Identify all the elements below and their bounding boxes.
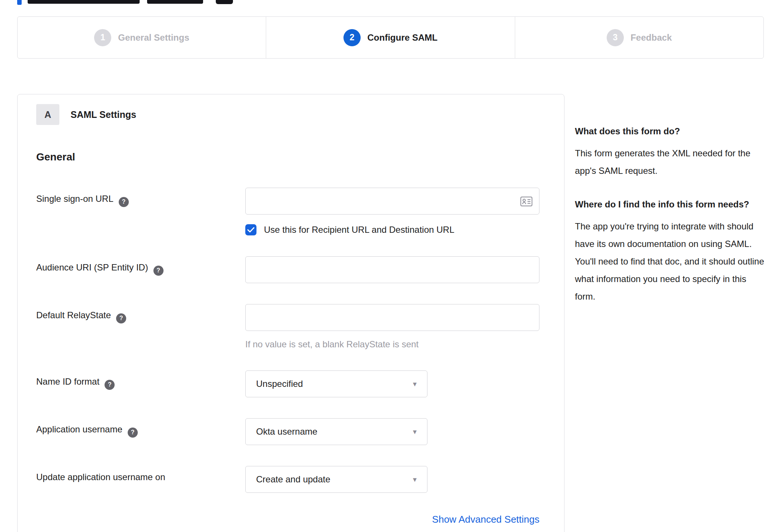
- clipped-header-title-fragment: [28, 0, 140, 4]
- form-row-relaystate: Default RelayState? If no value is set, …: [36, 304, 564, 350]
- form-row-sso-url: Single sign-on URL?: [36, 188, 564, 235]
- name-id-format-select[interactable]: Unspecified ▾: [245, 370, 427, 397]
- chevron-down-icon: ▾: [413, 427, 417, 436]
- clipped-header-icon-fragment: [216, 0, 233, 4]
- recipient-url-checkbox[interactable]: [245, 224, 256, 235]
- step-feedback[interactable]: 3 Feedback: [515, 17, 763, 58]
- step-general-settings[interactable]: 1 General Settings: [18, 17, 266, 58]
- sso-url-input[interactable]: [245, 188, 539, 215]
- check-icon: [247, 227, 255, 233]
- audience-uri-input[interactable]: [245, 256, 539, 283]
- audience-uri-label: Audience URI (SP Entity ID): [36, 262, 148, 272]
- update-username-on-value: Create and update: [256, 474, 330, 485]
- sso-url-help-icon[interactable]: ?: [119, 197, 129, 207]
- update-username-on-select[interactable]: Create and update ▾: [245, 466, 427, 493]
- name-id-format-label: Name ID format: [36, 376, 99, 387]
- wizard-stepper: 1 General Settings 2 Configure SAML 3 Fe…: [17, 16, 764, 59]
- step-label: Feedback: [631, 32, 672, 43]
- form-row-audience-uri: Audience URI (SP Entity ID)?: [36, 256, 564, 283]
- application-username-select[interactable]: Okta username ▾: [245, 418, 427, 445]
- help-heading-1: What does this form do?: [575, 123, 765, 140]
- general-section-title: General: [36, 151, 564, 163]
- application-username-value: Okta username: [256, 426, 317, 437]
- recipient-url-checkbox-label[interactable]: Use this for Recipient URL and Destinati…: [264, 225, 454, 235]
- relaystate-hint: If no value is set, a blank RelayState i…: [245, 339, 564, 350]
- chevron-down-icon: ▾: [413, 475, 417, 484]
- help-sidebar: What does this form do? This form genera…: [575, 59, 765, 322]
- step-number-badge: 3: [607, 29, 624, 46]
- help-heading-2: Where do I find the info this form needs…: [575, 196, 765, 213]
- relaystate-label: Default RelayState: [36, 310, 111, 320]
- step-label: Configure SAML: [367, 32, 438, 43]
- step-configure-saml[interactable]: 2 Configure SAML: [266, 17, 515, 58]
- step-label: General Settings: [118, 32, 189, 43]
- name-id-format-help-icon[interactable]: ?: [105, 380, 115, 390]
- show-advanced-settings-link[interactable]: Show Advanced Settings: [432, 514, 539, 525]
- contact-card-icon: [520, 196, 532, 207]
- form-row-application-username: Application username? Okta username ▾: [36, 418, 564, 445]
- section-a-badge: A: [36, 104, 59, 125]
- clipped-page-header: [0, 0, 781, 5]
- relaystate-help-icon[interactable]: ?: [116, 313, 126, 323]
- saml-settings-panel: A SAML Settings General Single sign-on U…: [17, 94, 564, 532]
- clipped-header-title-fragment: [147, 0, 203, 4]
- relaystate-input[interactable]: [245, 304, 539, 331]
- step-number-badge: 2: [343, 29, 361, 46]
- help-body-1: This form generates the XML needed for t…: [575, 145, 765, 180]
- panel-title: SAML Settings: [71, 109, 136, 120]
- step-number-badge: 1: [94, 29, 111, 46]
- audience-uri-help-icon[interactable]: ?: [153, 266, 164, 276]
- sso-url-label: Single sign-on URL: [36, 194, 113, 204]
- application-username-label: Application username: [36, 424, 122, 434]
- application-username-help-icon[interactable]: ?: [128, 428, 138, 438]
- form-row-update-username-on: Update application username on Create an…: [36, 466, 564, 493]
- clipped-header-accent: [17, 0, 22, 5]
- form-row-name-id-format: Name ID format? Unspecified ▾: [36, 370, 564, 397]
- chevron-down-icon: ▾: [413, 379, 417, 388]
- update-username-on-label: Update application username on: [36, 472, 165, 482]
- help-body-2: The app you're trying to integrate with …: [575, 218, 765, 305]
- name-id-format-value: Unspecified: [256, 379, 303, 389]
